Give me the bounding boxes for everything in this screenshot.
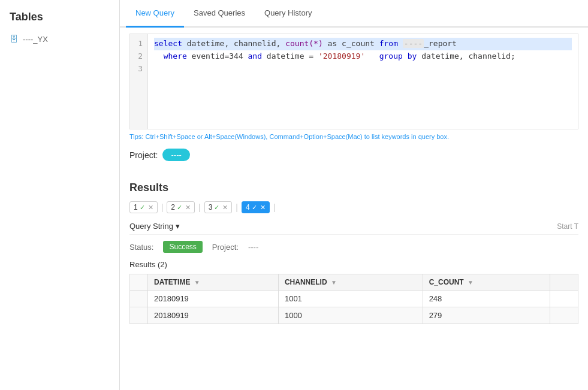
row-num-2 [130, 307, 148, 324]
query-area: 1 2 3 select datetime, channelid, count(… [120, 28, 588, 174]
line-numbers: 1 2 3 [130, 34, 148, 129]
sidebar-item-label: ----_YX [23, 35, 48, 44]
results-count: Results (2) [129, 256, 578, 274]
cell-ccount-1: 248 [423, 291, 550, 307]
cell-ccount-2: 279 [423, 307, 550, 324]
close-tab-1[interactable]: ✕ [148, 204, 153, 211]
sort-ccount-icon: ▼ [468, 279, 474, 286]
app-container: Tables 🗄 ----_YX New Query Saved Queries… [0, 0, 588, 390]
project-label-result: Project: [212, 243, 239, 252]
col-ccount[interactable]: C_COUNT ▼ [423, 274, 550, 291]
result-tab-3[interactable]: 3✓ ✕ [204, 201, 233, 213]
table-row: 20180919 1000 279 [130, 307, 578, 324]
col-rownum [130, 274, 148, 291]
check-icon-2: ✓ [177, 204, 182, 211]
tab-query-history[interactable]: Query History [255, 0, 321, 28]
cell-channelid-1: 1001 [278, 291, 423, 307]
table-icon: 🗄 [10, 34, 18, 44]
check-icon-4: ✓ [252, 204, 257, 211]
status-label: Status: [129, 243, 153, 252]
cell-datetime-2: 20180919 [148, 307, 279, 324]
editor-container[interactable]: 1 2 3 select datetime, channelid, count(… [129, 34, 578, 129]
close-tab-3[interactable]: ✕ [222, 204, 228, 211]
result-tab-4[interactable]: 4✓ ✕ [242, 201, 270, 213]
col-extra [550, 274, 578, 291]
close-tab-2[interactable]: ✕ [185, 204, 191, 211]
start-time-label: Start T [557, 222, 578, 231]
status-badge: Success [163, 241, 202, 253]
main-content: New Query Saved Queries Query History 1 … [120, 0, 588, 390]
code-line-1: select datetime, channelid, count(*) as … [154, 38, 572, 50]
cell-extra-2 [550, 307, 578, 324]
result-tabs: 1✓ ✕ | 2✓ ✕ | 3✓ ✕ | 4✓ ✕ | [129, 199, 578, 218]
result-tab-2[interactable]: 2✓ ✕ [167, 201, 195, 213]
results-table: DATETIME ▼ CHANNELID ▼ C_COUNT ▼ [129, 274, 578, 324]
tab-saved-queries[interactable]: Saved Queries [184, 0, 255, 28]
tabs-bar: New Query Saved Queries Query History [120, 0, 588, 28]
project-row: Project: ---- [129, 146, 578, 168]
sidebar-title: Tables [0, 6, 119, 31]
project-value: ---- [248, 243, 258, 252]
sort-channelid-icon: ▼ [331, 279, 337, 286]
sidebar: Tables 🗄 ----_YX [0, 0, 120, 390]
results-section: Results 1✓ ✕ | 2✓ ✕ | 3✓ ✕ | [120, 174, 588, 390]
row-num-1 [130, 291, 148, 307]
cell-datetime-1: 20180919 [148, 291, 279, 307]
cell-extra-1 [550, 291, 578, 307]
sidebar-item-table-yx[interactable]: 🗄 ----_YX [0, 31, 119, 47]
results-title: Results [129, 174, 578, 199]
result-tab-1[interactable]: 1✓ ✕ [129, 201, 158, 213]
sort-datetime-icon: ▼ [194, 279, 200, 286]
editor-lines: 1 2 3 select datetime, channelid, count(… [129, 34, 578, 129]
query-string-label[interactable]: Query String ▾ [129, 222, 180, 231]
table-row: 20180919 1001 248 [130, 291, 578, 307]
code-line-2: where eventid=344 and datetime = '201809… [154, 52, 365, 61]
editor-tips: Tips: Ctrl+Shift+Space or Alt+Space(Wind… [129, 129, 578, 146]
code-line-3: group by datetime, channelid; [370, 52, 515, 61]
project-label: Project: [129, 150, 158, 160]
project-badge[interactable]: ---- [162, 149, 189, 161]
query-string-row: Query String ▾ Start T [129, 218, 578, 235]
col-datetime[interactable]: DATETIME ▼ [148, 274, 279, 291]
table-header-row: DATETIME ▼ CHANNELID ▼ C_COUNT ▼ [130, 274, 578, 291]
status-row: Status: Success Project: ---- [129, 235, 578, 256]
cell-channelid-2: 1000 [278, 307, 423, 324]
close-tab-4[interactable]: ✕ [260, 204, 266, 211]
chevron-down-icon: ▾ [176, 222, 180, 231]
tab-new-query[interactable]: New Query [126, 0, 184, 28]
check-icon-1: ✓ [140, 204, 145, 211]
check-icon-3: ✓ [214, 204, 219, 211]
code-content[interactable]: select datetime, channelid, count(*) as … [148, 34, 578, 129]
col-channelid[interactable]: CHANNELID ▼ [278, 274, 423, 291]
